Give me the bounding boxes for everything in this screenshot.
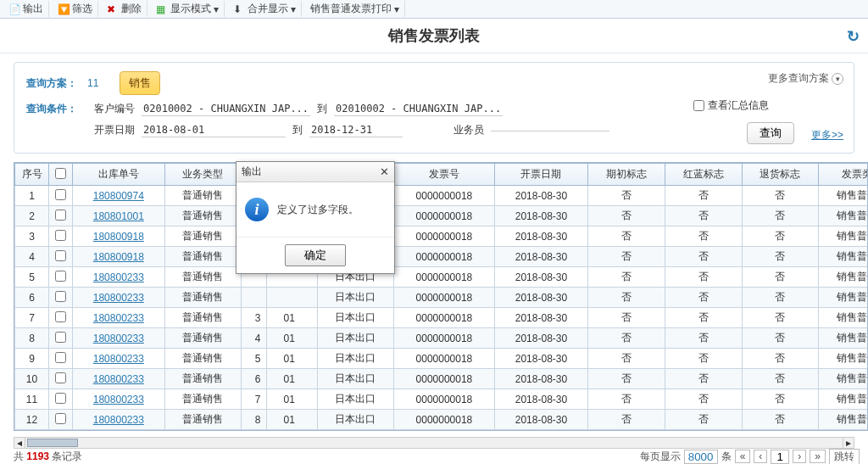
summary-checkbox[interactable] <box>693 100 704 111</box>
scroll-right-icon[interactable]: ▸ <box>843 437 854 449</box>
cust-from-input[interactable]: 02010002 - CHUANGXIN JAP... <box>142 102 310 116</box>
toolbar-display-mode[interactable]: ▦显示模式 ▾ <box>151 1 225 17</box>
table-row[interactable]: 11180800233普通销售701日本出口00000000182018-08-… <box>15 389 869 410</box>
col-header[interactable]: 开票日期 <box>494 164 588 186</box>
dialog-ok-button[interactable]: 确定 <box>285 244 346 266</box>
col-header[interactable]: 出库单号 <box>73 164 165 186</box>
table-row[interactable]: 6180800233普通销售日本出口00000000182018-08-30否否… <box>15 288 869 308</box>
date-from-input[interactable]: 2018-08-01 <box>142 123 286 137</box>
pager-next[interactable]: › <box>793 450 806 463</box>
outbound-link[interactable]: 180801001 <box>93 210 144 222</box>
row-checkbox[interactable] <box>55 271 66 282</box>
dialog-message: 定义了过多字段。 <box>277 203 359 217</box>
dialog-close-icon[interactable]: ✕ <box>380 165 389 178</box>
outbound-link[interactable]: 180800233 <box>93 373 144 385</box>
outbound-link[interactable]: 180800233 <box>93 414 144 426</box>
outbound-link[interactable]: 180800233 <box>93 353 144 365</box>
dialog-title-text: 输出 <box>242 165 262 179</box>
row-checkbox[interactable] <box>55 250 66 261</box>
info-icon: i <box>245 198 269 221</box>
total-count: 1193 <box>26 450 49 462</box>
h-scrollbar[interactable]: ◂ ▸ <box>14 437 854 449</box>
outbound-link[interactable]: 180800233 <box>93 333 144 344</box>
row-checkbox[interactable] <box>55 413 66 424</box>
row-checkbox[interactable] <box>55 393 66 404</box>
more-plans-link[interactable]: 更多查询方案▾ <box>768 71 843 86</box>
row-checkbox[interactable] <box>55 189 66 200</box>
col-header[interactable]: 期初标志 <box>588 164 665 186</box>
toolbar-merge[interactable]: ⬇合并显示 ▾ <box>228 1 302 17</box>
outbound-link[interactable]: 180800918 <box>93 231 144 243</box>
table-row[interactable]: 2180801001普通销售日本出口00000000182018-08-30否否… <box>15 206 869 226</box>
toolbar: 📄输出 🔽筛选 ✖删除 ▦显示模式 ▾ ⬇合并显示 ▾ 销售普通发票打印 ▾ <box>0 0 868 19</box>
table-row[interactable]: 8180800233普通销售401日本出口00000000182018-08-3… <box>15 328 869 349</box>
row-checkbox[interactable] <box>55 230 66 241</box>
outbound-link[interactable]: 180800233 <box>93 271 144 283</box>
table-row[interactable]: 10180800233普通销售601日本出口00000000182018-08-… <box>15 369 869 389</box>
date-to-input[interactable]: 2018-12-31 <box>309 123 403 137</box>
merge-icon: ⬇ <box>233 3 245 15</box>
scroll-thumb[interactable] <box>27 439 78 447</box>
pager-last[interactable]: » <box>810 450 826 463</box>
to-label-2: 到 <box>292 123 303 137</box>
refresh-icon[interactable]: ↻ <box>847 27 860 46</box>
rows-per-page-input[interactable] <box>684 450 718 464</box>
col-header[interactable]: 退货标志 <box>742 164 819 186</box>
query-button[interactable]: 查询 <box>747 122 794 144</box>
pager-prev[interactable]: ‹ <box>754 450 767 463</box>
pager-first[interactable]: « <box>735 450 751 463</box>
filter-icon: 🔽 <box>58 3 70 15</box>
table-row[interactable]: 1180800974普通销售日本出口00000000182018-08-30否否… <box>15 186 869 206</box>
row-checkbox[interactable] <box>55 332 66 343</box>
export-icon: 📄 <box>8 3 20 15</box>
table-row[interactable]: 4180800918普通销售日本出口00000000182018-08-30否否… <box>15 247 869 267</box>
display-icon: ▦ <box>156 3 168 15</box>
row-checkbox[interactable] <box>55 210 66 221</box>
page-current-input[interactable] <box>771 450 789 464</box>
outbound-link[interactable]: 180800233 <box>93 292 144 304</box>
col-header[interactable]: 序号 <box>15 164 49 186</box>
delete-icon: ✖ <box>107 3 119 15</box>
more-link[interactable]: 更多>> <box>811 128 843 143</box>
row-checkbox[interactable] <box>55 352 66 363</box>
table-row[interactable]: 7180800233普通销售301日本出口00000000182018-08-3… <box>15 308 869 328</box>
toolbar-export[interactable]: 📄输出 <box>3 1 49 17</box>
sales-rep-label: 业务员 <box>450 123 484 137</box>
toolbar-delete[interactable]: ✖删除 <box>102 1 147 17</box>
query-cond-label: 查询条件： <box>26 102 81 116</box>
grid-header-row: 序号出库单号业务类型销售类型发票号开票日期期初标志红蓝标志退货标志发票类 <box>15 164 869 186</box>
table-row[interactable]: 5180800233普通销售日本出口00000000182018-08-30否否… <box>15 267 869 288</box>
outbound-link[interactable]: 180800233 <box>93 312 144 324</box>
status-bar: 共 1193 条记录 每页显示 条 « ‹ › » 跳转 <box>14 449 868 464</box>
invoice-date-label: 开票日期 <box>87 123 135 137</box>
query-panel: 查询方案： 11 销售 更多查询方案▾ 查询条件： 客户编号 02010002 … <box>14 62 854 154</box>
outbound-link[interactable]: 180800233 <box>93 394 144 405</box>
col-header[interactable]: 发票类 <box>819 164 868 186</box>
pager: 每页显示 条 « ‹ › » 跳转 <box>640 449 860 465</box>
row-checkbox[interactable] <box>55 372 66 383</box>
invoice-grid: 序号出库单号业务类型销售类型发票号开票日期期初标志红蓝标志退货标志发票类 118… <box>14 163 868 430</box>
outbound-link[interactable]: 180800974 <box>93 190 144 202</box>
scroll-left-icon[interactable]: ◂ <box>14 437 25 449</box>
col-header[interactable]: 红蓝标志 <box>665 164 742 186</box>
pager-jump[interactable]: 跳转 <box>829 449 860 465</box>
col-header[interactable]: 发票号 <box>394 164 495 186</box>
row-checkbox[interactable] <box>55 291 66 302</box>
sales-plan-button[interactable]: 销售 <box>120 71 160 95</box>
toolbar-print[interactable]: 销售普通发票打印 ▾ <box>305 1 405 17</box>
outbound-link[interactable]: 180800918 <box>93 251 144 263</box>
table-row[interactable]: 12180800233普通销售801日本出口00000000182018-08-… <box>15 410 869 430</box>
toolbar-filter[interactable]: 🔽筛选 <box>53 1 98 17</box>
select-all-checkbox[interactable] <box>55 168 66 179</box>
col-header[interactable]: 业务类型 <box>164 164 242 186</box>
message-dialog: 输出 ✕ i 定义了过多字段。 确定 <box>236 161 395 274</box>
col-header[interactable] <box>49 164 73 186</box>
table-row[interactable]: 3180800918普通销售日本出口00000000182018-08-30否否… <box>15 226 869 247</box>
grid-container: 序号出库单号业务类型销售类型发票号开票日期期初标志红蓝标志退货标志发票类 118… <box>14 162 868 431</box>
sales-rep-input[interactable] <box>491 129 609 131</box>
cust-to-input[interactable]: 02010002 - CHUANGXIN JAP... <box>334 102 503 116</box>
chevron-down-icon: ▾ <box>832 73 843 85</box>
page-title: 销售发票列表 ↻ <box>0 19 868 53</box>
row-checkbox[interactable] <box>55 311 66 322</box>
table-row[interactable]: 9180800233普通销售501日本出口00000000182018-08-3… <box>15 349 869 369</box>
